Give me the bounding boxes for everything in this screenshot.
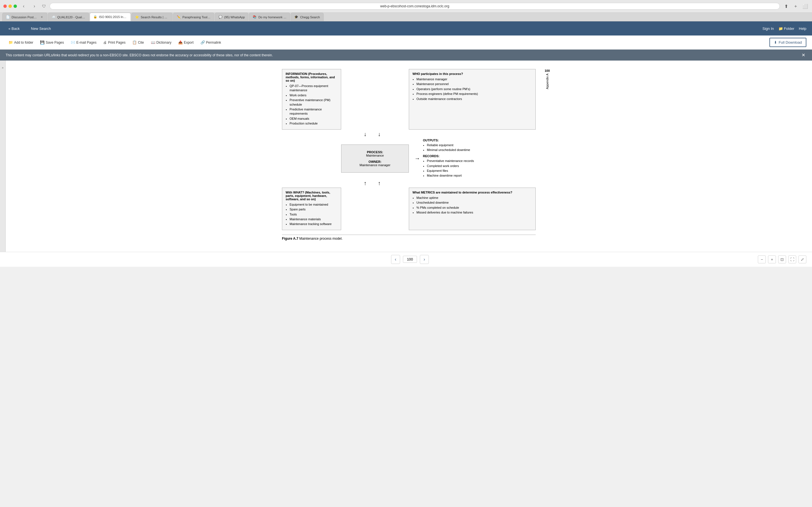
tab-favicon-hw: 📚 xyxy=(253,15,257,19)
who-box: WHO participates in this process? Mainte… xyxy=(409,69,536,129)
tab-label-iso: ISO 9001:2015 Inter... xyxy=(99,15,127,18)
ebsco-nav-right: Sign In 📁 Folder Help xyxy=(762,26,806,31)
browser-titlebar: ‹ › 🛡 web-p-ebscohost-com.conestoga.idm.… xyxy=(0,0,812,13)
sidebar-toggle[interactable]: » xyxy=(0,61,6,252)
permalink-label: Permalink xyxy=(206,41,221,45)
forward-browser-button[interactable]: › xyxy=(31,2,38,10)
what-item-4: Maintenance materials xyxy=(290,217,338,221)
metrics-title: What METRICS are maintained to determine… xyxy=(412,191,532,194)
email-pages-button[interactable]: ✉️ E-mail Pages xyxy=(68,39,99,46)
permalink-button[interactable]: 🔗 Permalink xyxy=(198,39,224,46)
info-list: QP-07—Process equipment maintenance Work… xyxy=(286,84,338,126)
new-search-button[interactable]: New Search xyxy=(28,25,54,33)
output-item-2: Minimal unscheduled downtime xyxy=(427,148,474,152)
save-pages-label: Save Pages xyxy=(46,41,64,45)
tabs-overview-button[interactable]: ⬜ xyxy=(802,3,809,10)
what-rest: (Machines, tools, parts, equipment, hard… xyxy=(286,191,330,201)
what-item-2: Spare parts xyxy=(290,207,338,212)
page-number-input[interactable] xyxy=(403,256,417,263)
print-icon: 🖨 xyxy=(103,40,107,45)
sign-in-link[interactable]: Sign In xyxy=(762,26,774,31)
tab-chegg[interactable]: 🎓 Chegg Search xyxy=(291,13,323,21)
metric-item-3: % PMs completed on schedule xyxy=(416,206,532,210)
save-icon: 💾 xyxy=(40,40,45,45)
who-item-5: Outside maintenance contractors xyxy=(416,97,532,101)
bottom-nav-right: − + ⊡ ⛶ ⤢ xyxy=(758,256,806,263)
tab-search-results[interactable]: ⭐ Search Results | Co... xyxy=(132,13,172,21)
figure-label: Figure A.7 xyxy=(282,237,298,240)
add-to-folder-button[interactable]: 📁 Add to folder xyxy=(6,39,36,46)
cite-button[interactable]: 📋 Cite xyxy=(130,39,147,46)
process-label: PROCESS: xyxy=(350,151,400,154)
back-button[interactable]: « Back xyxy=(6,25,22,33)
info-item-3: Preventive maintenance (PM) schedule xyxy=(290,98,338,107)
toolbar-left: 📁 Add to folder 💾 Save Pages ✉️ E-mail P… xyxy=(6,39,224,46)
tab-discussion[interactable]: 📄 Discussion Post 5 - ... ✕ xyxy=(2,13,47,21)
full-download-label: Full Download xyxy=(779,40,802,45)
new-tab-button[interactable]: ＋ xyxy=(792,3,799,10)
share-button[interactable]: ⬆ xyxy=(783,3,790,10)
export-icon: 📤 xyxy=(178,40,183,45)
tab-whatsapp[interactable]: 💬 (95) WhatsApp xyxy=(215,13,248,21)
maximize-window-btn[interactable] xyxy=(13,4,17,8)
what-title: With WHAT? (Machines, tools, parts, equi… xyxy=(286,191,338,201)
print-pages-label: Print Pages xyxy=(108,41,125,45)
address-text: web-p-ebscohost-com.conestoga.idm.oclc.o… xyxy=(380,4,449,8)
tab-paraphrase[interactable]: ✏️ Paraphrasing Tool |... xyxy=(173,13,214,21)
print-pages-button[interactable]: 🖨 Print Pages xyxy=(100,39,128,46)
bottom-nav-center: ‹ › xyxy=(391,255,429,264)
figure-caption: Figure A.7 Maintenance process model. xyxy=(282,235,536,243)
zoom-out-button[interactable]: − xyxy=(758,256,766,263)
tab-qual8120[interactable]: ☁️ QUAL8120 - Quality... xyxy=(48,13,89,21)
window-controls xyxy=(3,4,17,8)
full-download-button[interactable]: ⬇ Full Download xyxy=(769,38,806,47)
tab-favicon-qual: ☁️ xyxy=(52,15,56,19)
download-icon: ⬇ xyxy=(774,40,777,45)
records-list: Preventative maintenance records Complet… xyxy=(423,159,474,178)
tab-label-chegg: Chegg Search xyxy=(300,15,320,19)
arrow-up-right: ↑ xyxy=(378,180,380,186)
tab-favicon-wa: 💬 xyxy=(218,15,222,19)
what-item-5: Maintenance tracking software xyxy=(290,222,338,226)
cite-label: Cite xyxy=(138,41,144,45)
dictionary-button[interactable]: 📖 Dictionary xyxy=(148,39,174,46)
content-area: 100 Appendix A INFORMATION (Procedures, … xyxy=(6,61,812,252)
metric-item-1: Machine uptime xyxy=(416,196,532,200)
next-page-button[interactable]: › xyxy=(420,255,429,264)
who-title: WHO participates in this process? xyxy=(412,72,532,75)
help-link[interactable]: Help xyxy=(799,26,806,31)
tab-homework[interactable]: 📚 Do my homework |... xyxy=(249,13,290,21)
tab-iso9001[interactable]: 🔒 ISO 9001:2015 Inter... xyxy=(90,13,131,21)
process-name: Maintenance xyxy=(350,154,400,157)
tab-close-discussion[interactable]: ✕ xyxy=(40,15,44,19)
fullscreen-button[interactable]: ⛶ xyxy=(788,256,796,263)
address-bar[interactable]: web-p-ebscohost-com.conestoga.idm.oclc.o… xyxy=(50,3,780,10)
folder-link[interactable]: 📁 Folder xyxy=(778,26,794,31)
info-item-2: Work orders xyxy=(290,93,338,98)
warning-banner: This content may contain URLs/links that… xyxy=(0,50,812,61)
close-window-btn[interactable] xyxy=(3,4,7,8)
export-label: Export xyxy=(184,41,194,45)
cite-icon: 📋 xyxy=(132,40,137,45)
who-item-1: Maintenance manager xyxy=(416,77,532,81)
warning-text: This content may contain URLs/links that… xyxy=(6,53,273,57)
zoom-in-button[interactable]: + xyxy=(768,256,776,263)
what-list: Equipment to be maintained Spare parts T… xyxy=(286,203,338,226)
email-icon: ✉️ xyxy=(71,40,75,45)
what-item-3: Tools xyxy=(290,212,338,217)
who-item-3: Operators (perform some routine PM's) xyxy=(416,87,532,91)
save-pages-button[interactable]: 💾 Save Pages xyxy=(37,39,67,46)
back-browser-button[interactable]: ‹ xyxy=(20,2,28,10)
process-box: PROCESS: Maintenance OWNER: Maintenance … xyxy=(341,145,409,173)
appendix-label: Appendix A xyxy=(546,73,549,89)
minimize-window-btn[interactable] xyxy=(8,4,12,8)
fit-page-button[interactable]: ⊡ xyxy=(778,256,786,263)
who-item-4: Process engineers (define PM requirement… xyxy=(416,92,532,96)
expand-button[interactable]: ⤢ xyxy=(799,256,806,263)
ebsco-header: « Back New Search Sign In 📁 Folder Help xyxy=(0,21,812,36)
owner-label: OWNER: xyxy=(350,160,400,163)
export-button[interactable]: 📤 Export xyxy=(175,39,197,46)
who-title-rest: participates in this process? xyxy=(420,72,463,75)
warning-close-button[interactable]: ✕ xyxy=(801,52,806,58)
prev-page-button[interactable]: ‹ xyxy=(391,255,400,264)
